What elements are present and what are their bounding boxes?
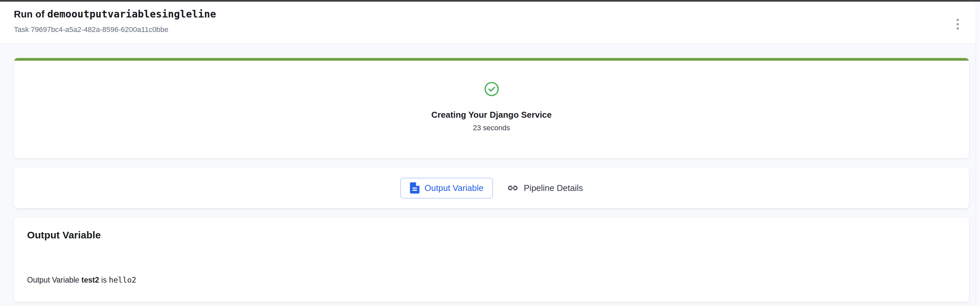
link-icon [507, 182, 519, 194]
output-variable-heading: Output Variable [27, 230, 956, 241]
page-title: Run of demooutputvariablesingleline [14, 8, 960, 21]
tab-output-variable[interactable]: Output Variable [400, 178, 493, 198]
variable-value: hello2 [109, 276, 136, 284]
pipeline-name: demooutputvariablesingleline [47, 8, 216, 20]
status-duration: 23 seconds [473, 124, 510, 132]
document-icon [410, 182, 420, 193]
tabs-card: Output Variable Pipeline Details [14, 168, 969, 208]
status-accent-bar [14, 58, 969, 61]
overflow-menu-button[interactable] [951, 16, 964, 32]
task-id-subtitle: Task 79697bc4-a5a2-482a-8596-6200a11c0bb… [14, 25, 960, 34]
output-line-middle: is [99, 276, 109, 284]
kebab-menu-icon [956, 19, 959, 21]
status-title: Creating Your Django Service [431, 110, 552, 120]
status-body: Creating Your Django Service 23 seconds [14, 61, 969, 158]
scrollbar[interactable] [976, 2, 980, 306]
page-title-prefix: Run of [14, 9, 47, 19]
output-variable-card: Output Variable Output Variable test2 is… [14, 218, 969, 302]
tab-output-variable-label: Output Variable [425, 183, 484, 193]
tab-pipeline-details[interactable]: Pipeline Details [507, 182, 583, 194]
page-header: Run of demooutputvariablesingleline Task… [0, 2, 980, 44]
status-card: Creating Your Django Service 23 seconds [14, 58, 969, 158]
tab-pipeline-details-label: Pipeline Details [524, 183, 583, 193]
check-circle-icon [484, 81, 499, 97]
output-line-prefix: Output Variable [27, 276, 81, 284]
output-variable-line: Output Variable test2 is hello2 [27, 276, 956, 285]
main-content: Creating Your Django Service 23 seconds … [0, 58, 980, 302]
variable-name: test2 [81, 276, 99, 284]
